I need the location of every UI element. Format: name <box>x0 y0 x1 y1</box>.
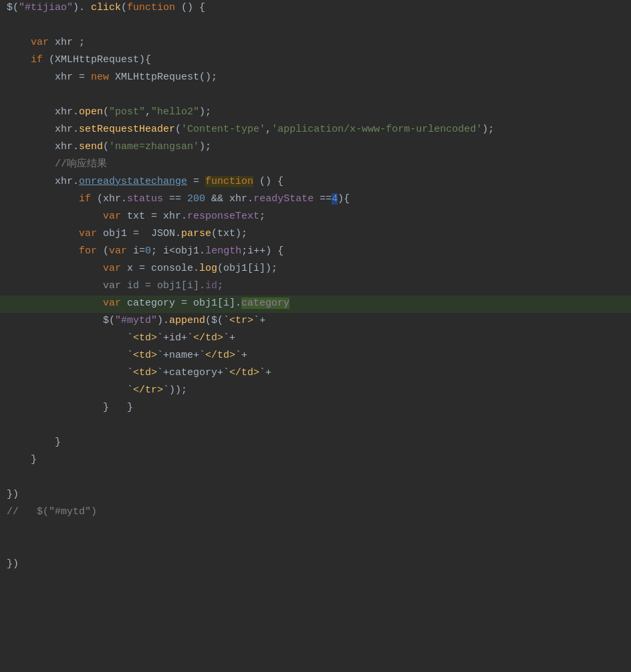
code-line: var x = console.log(obj1[i]); <box>0 261 631 278</box>
code-line: //响应结果 <box>0 156 631 174</box>
code-line: `</tr>`)); <box>0 382 631 400</box>
code-line: var txt = xhr.responseText; <box>0 209 631 226</box>
code-line: xhr = new XMLHttpRequest(); <box>0 70 631 87</box>
code-line: }) <box>0 487 631 504</box>
code-line: xhr.open("post","hello2"); <box>0 104 631 122</box>
code-line: `<td>`+category+`</td>`+ <box>0 365 631 382</box>
code-editor: $("#tijiao"). click(function () { var xh… <box>0 0 631 672</box>
code-line: $("#mytd").append($(`<tr>`+ <box>0 313 631 330</box>
code-line: xhr.send('name=zhangsan'); <box>0 139 631 156</box>
code-line: var obj1 = JSON.parse(txt); <box>0 226 631 243</box>
code-line <box>0 539 631 556</box>
code-line: `<td>`+id+`</td>`+ <box>0 330 631 348</box>
code-line: } } <box>0 400 631 417</box>
code-line: if (xhr.status == 200 && xhr.readyState … <box>0 191 631 209</box>
code-line: xhr.onreadystatechange = function () { <box>0 174 631 191</box>
code-line: // $("#mytd") <box>0 504 631 522</box>
code-line: } <box>0 435 631 452</box>
code-line <box>0 87 631 104</box>
code-line: for (var i=0; i<obj1.length;i++) { <box>0 243 631 261</box>
code-line: $("#tijiao"). click(function () { <box>0 0 631 17</box>
code-line <box>0 417 631 435</box>
code-line: var id = obj1[i].id; <box>0 278 631 296</box>
code-line: `<td>`+name+`</td>`+ <box>0 348 631 365</box>
code-line: if (XMLHttpRequest){ <box>0 52 631 70</box>
code-line: xhr.setRequestHeader('Content-type','app… <box>0 122 631 139</box>
code-line: }) <box>0 556 631 574</box>
code-line: var category = obj1[i].category <box>0 296 631 313</box>
code-line <box>0 469 631 487</box>
code-line: } <box>0 452 631 469</box>
code-line <box>0 17 631 35</box>
code-line: var xhr ; <box>0 35 631 52</box>
code-line <box>0 522 631 539</box>
